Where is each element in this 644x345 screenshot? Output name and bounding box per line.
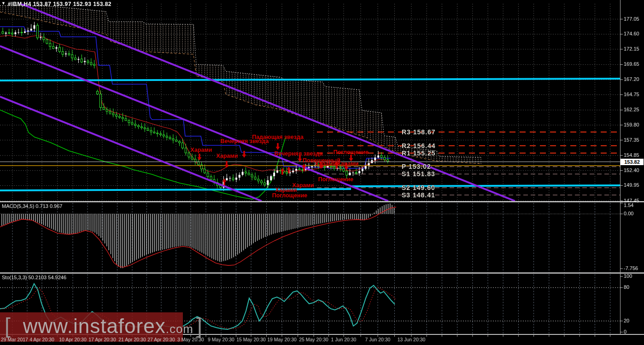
date-axis-label[interactable]: 15 May 20:30 [236, 337, 266, 342]
price-axis-label: 164.75 [624, 92, 639, 97]
instaforex-watermark: [www.instaforex.com] [5, 313, 203, 338]
pivot-level-label: S3 148.41 [402, 191, 435, 199]
date-axis-label[interactable]: 1 Jun 20:30 [331, 337, 357, 342]
pivot-level-label: P 153.02 [402, 163, 431, 170]
price-axis-label: 174.60 [624, 31, 639, 36]
macd-axis-label: -7.756 [624, 265, 638, 271]
pattern-annotation: Харами [191, 147, 212, 153]
price-axis-label: 162.25 [624, 107, 639, 112]
pattern-annotation: Вечерняя звезда [275, 150, 323, 157]
watermark-bracket-close: ] [196, 314, 203, 338]
date-axis-label[interactable]: 17 Apr 20:30 [88, 337, 116, 342]
pivot-level-label: R3 158.67 [402, 128, 436, 136]
macd-axis-label: 1.54 [624, 202, 633, 208]
date-axis-label[interactable]: 4 Apr 20:30 [29, 337, 54, 342]
sto-axis-label: 80 [624, 284, 629, 290]
price-axis-label: 159.80 [624, 122, 639, 127]
price-chart-canvas[interactable] [0, 0, 644, 345]
pattern-annotation: Харами [217, 153, 238, 159]
price-axis-label: 169.65 [624, 61, 639, 67]
price-axis-label: 172.15 [624, 46, 639, 52]
pivot-level-label: R1 155.25 [402, 150, 436, 157]
date-axis-label[interactable]: 7 Jun 20:30 [365, 337, 391, 342]
watermark-bracket-open: [ [5, 314, 11, 338]
pattern-annotation: Харами [315, 161, 337, 167]
pattern-annotation: Поглощение [272, 192, 308, 199]
pattern-annotation: Харами [337, 161, 359, 167]
date-axis-label[interactable]: 21 Apr 20:30 [118, 337, 146, 342]
date-axis-label[interactable]: 19 May 20:30 [267, 337, 297, 342]
price-axis-label: 154.85 [624, 152, 639, 158]
chart-title: #IBM,H4 153.87 153.97 152.93 153.82 [8, 1, 111, 7]
pivot-level-label: S1 151.83 [402, 170, 435, 178]
sto-axis-label: 0 [624, 329, 626, 334]
sto-axis-label: 20 [624, 318, 629, 323]
chart-dropdown-icon[interactable]: ▼ [1, 1, 6, 6]
pattern-annotation: Поглощение [318, 176, 354, 183]
macd-axis-label: 0.00 [624, 211, 633, 216]
date-axis-label[interactable]: 27 Apr 20:30 [147, 337, 175, 342]
price-axis-label: 177.05 [624, 16, 639, 22]
date-axis-label[interactable]: 9 May 20:30 [208, 337, 234, 342]
current-price-tag: 153.82 [621, 159, 644, 165]
stochastic-indicator-label: Sto(15,3,3) 50.2103 54.9246 [2, 275, 66, 280]
pivot-level-label: S2 149.60 [402, 184, 435, 191]
pivot-level-label: R2 156.44 [402, 142, 436, 150]
sto-axis-label: 100 [624, 273, 632, 279]
date-axis-label[interactable]: 10 Apr 20:30 [59, 337, 87, 342]
date-axis-label[interactable]: 13 Jun 20:30 [398, 337, 426, 342]
pattern-annotation: Падающая звезда [252, 134, 304, 140]
date-axis-label[interactable]: 3 May 20:30 [177, 337, 204, 342]
watermark-domain: www.instaforex [23, 315, 166, 337]
pattern-annotation: Поглощение [334, 149, 369, 155]
date-axis-label[interactable]: 25 May 20:30 [299, 337, 328, 342]
macd-indicator-label: MACD(5,34,5) 0.713 0.967 [2, 203, 62, 209]
price-axis-label: 167.20 [624, 76, 639, 82]
date-axis-label[interactable]: 29 Mar 2017 [1, 337, 28, 342]
mt4-chart-window: ▼ #IBM,H4 153.87 153.97 152.93 153.82 MA… [0, 0, 644, 345]
watermark-tld: .com [166, 322, 193, 336]
price-axis-label: 152.40 [624, 167, 639, 173]
price-axis-label: 149.95 [624, 182, 639, 188]
price-axis-label: 157.35 [624, 137, 639, 143]
